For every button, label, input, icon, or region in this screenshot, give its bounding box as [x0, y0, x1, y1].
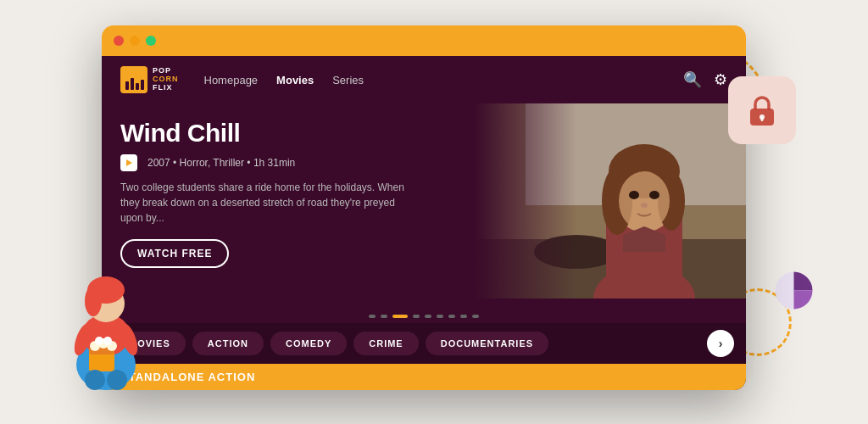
lock-icon: [743, 92, 781, 129]
browser-dot-green[interactable]: [146, 36, 156, 46]
nav-homepage[interactable]: Homepage: [204, 74, 259, 86]
nav-series[interactable]: Series: [332, 74, 364, 86]
svg-point-18: [85, 370, 105, 390]
movie-image: [475, 103, 746, 298]
svg-rect-23: [136, 83, 139, 90]
genre-action[interactable]: ACTION: [192, 332, 264, 355]
indicator-dot-3[interactable]: [392, 315, 408, 318]
pie-chart-decoration: [771, 267, 817, 314]
lock-decoration: [728, 76, 796, 144]
hero-section: Wind Chill 2007 • Horror, Thriller • 1h …: [102, 103, 746, 310]
indicator-dot-6[interactable]: [437, 315, 443, 318]
navbar: POP CORN FLIX Homepage Movies Series 🔍 ⚙: [102, 56, 746, 103]
image-overlay: [475, 103, 576, 298]
svg-point-8: [85, 286, 102, 316]
play-icon: [125, 159, 133, 167]
browser-dot-yellow[interactable]: [130, 36, 140, 46]
browser-dot-red[interactable]: [114, 36, 124, 46]
indicator-dot-5[interactable]: [425, 315, 431, 318]
svg-point-38: [641, 203, 648, 208]
girl-illustration: [51, 254, 161, 390]
indicator-dot-1[interactable]: [369, 315, 376, 318]
svg-rect-2: [761, 117, 764, 121]
genre-comedy[interactable]: COMEDY: [270, 332, 347, 355]
svg-point-16: [95, 337, 103, 345]
hero-content: Wind Chill 2007 • Horror, Thriller • 1h …: [120, 119, 409, 268]
nav-movies[interactable]: Movies: [276, 74, 314, 86]
genre-tabs: MOVIES ACTION COMEDY CRIME DOCUMENTARIES…: [102, 323, 746, 364]
settings-icon[interactable]: ⚙: [714, 70, 727, 89]
indicator-dot-9[interactable]: [472, 315, 479, 318]
indicator-dot-7[interactable]: [448, 315, 455, 318]
search-icon[interactable]: 🔍: [683, 70, 702, 89]
genre-documentaries[interactable]: DOCUMENTARIES: [426, 332, 548, 355]
play-badge: [120, 154, 137, 171]
svg-rect-22: [131, 78, 134, 90]
svg-point-37: [649, 191, 659, 199]
svg-point-19: [107, 370, 127, 390]
browser-window: POP CORN FLIX Homepage Movies Series 🔍 ⚙: [102, 25, 746, 390]
genre-arrow-button[interactable]: ›: [707, 330, 734, 357]
app-content: POP CORN FLIX Homepage Movies Series 🔍 ⚙: [102, 56, 746, 390]
nav-icons: 🔍 ⚙: [683, 70, 727, 89]
slide-indicators: [102, 310, 746, 323]
logo-text: POP CORN FLIX: [153, 67, 179, 92]
movie-description: Two college students share a ride home f…: [120, 180, 409, 226]
svg-point-17: [103, 337, 112, 345]
movie-title: Wind Chill: [120, 119, 409, 148]
svg-point-35: [619, 171, 670, 231]
genre-crime[interactable]: CRIME: [353, 332, 418, 355]
bottom-bar: STANDALONE ACTION: [102, 364, 746, 390]
movie-details: 2007 • Horror, Thriller • 1h 31min: [147, 157, 295, 169]
indicator-dot-4[interactable]: [413, 315, 420, 318]
svg-marker-39: [126, 159, 132, 166]
svg-rect-21: [125, 81, 129, 90]
svg-rect-24: [141, 80, 144, 90]
indicator-dot-8[interactable]: [460, 315, 467, 318]
logo-icon: [120, 66, 147, 93]
svg-point-36: [629, 191, 639, 199]
movie-meta: 2007 • Horror, Thriller • 1h 31min: [120, 154, 409, 171]
nav-links: Homepage Movies Series: [204, 74, 684, 86]
browser-chrome: [102, 25, 746, 56]
logo: POP CORN FLIX: [120, 66, 179, 93]
indicator-dot-2[interactable]: [381, 315, 387, 318]
